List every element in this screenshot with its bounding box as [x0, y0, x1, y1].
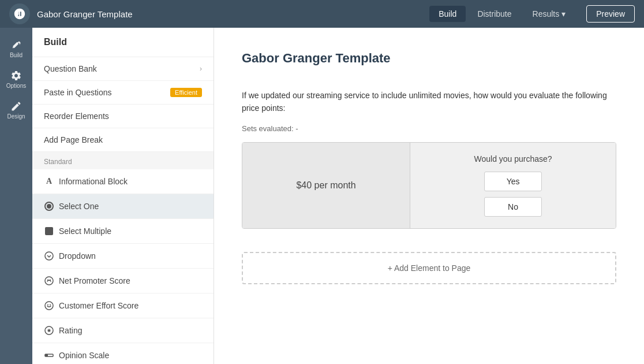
menu-item-question-bank[interactable]: Question Bank ›: [32, 57, 214, 81]
opinion-scale-icon: [44, 350, 54, 361]
price-label: $40 per month: [296, 180, 355, 191]
sidebar-icon-options[interactable]: Options: [0, 65, 32, 94]
select-multiple-icon: [44, 226, 54, 236]
menu-item-add-page-break[interactable]: Add Page Break: [32, 128, 214, 152]
menu-item-select-one[interactable]: Select One: [32, 194, 214, 219]
app-title: Gabor Granger Template: [37, 9, 429, 19]
no-button[interactable]: No: [484, 197, 542, 217]
design-icon: [10, 101, 22, 112]
icon-sidebar: Build Options Design: [0, 28, 32, 364]
menu-item-net-promoter-score[interactable]: Net Promoter Score: [32, 269, 214, 294]
main-layout: Build Options Design Build Question Bank…: [0, 28, 644, 364]
main-content: Gabor Granger Template If we updated our…: [214, 28, 644, 364]
svg-point-7: [50, 280, 51, 281]
svg-point-8: [45, 302, 53, 310]
nav-tab-results[interactable]: Results ▾: [523, 6, 575, 22]
design-label: Design: [7, 113, 25, 120]
options-label: Options: [6, 83, 26, 89]
preview-button[interactable]: Preview: [586, 5, 635, 23]
menu-item-reorder-elements[interactable]: Reorder Elements: [32, 105, 214, 128]
svg-point-6: [47, 280, 48, 281]
purchase-label: Would you purchase?: [474, 154, 552, 164]
gg-row: $40 per month Would you purchase? Yes No: [242, 143, 616, 228]
gg-price-cell: $40 per month: [242, 143, 410, 228]
sets-evaluated: Sets evaluated: -: [242, 124, 616, 133]
sidebar-icon-build[interactable]: Build: [0, 35, 32, 63]
svg-point-4: [45, 252, 53, 260]
svg-rect-13: [45, 354, 48, 356]
menu-item-customer-effort-score[interactable]: Customer Effort Score: [32, 294, 214, 318]
section-standard-label: Standard: [32, 152, 214, 169]
dropdown-icon: [44, 251, 54, 261]
menu-item-select-multiple[interactable]: Select Multiple: [32, 219, 214, 244]
question-text: If we updated our streaming service to i…: [242, 89, 616, 115]
svg-point-5: [45, 277, 53, 285]
yes-button[interactable]: Yes: [484, 172, 542, 191]
svg-point-10: [50, 304, 51, 306]
top-nav: Gabor Granger Template Build Distribute …: [0, 0, 644, 28]
logo: [9, 3, 30, 24]
survey-title: Gabor Granger Template: [242, 51, 616, 66]
nav-tab-distribute[interactable]: Distribute: [468, 6, 521, 22]
efficient-badge: Efficient: [170, 88, 202, 97]
options-icon: [10, 70, 22, 81]
select-one-icon: [44, 201, 54, 211]
svg-rect-3: [45, 227, 53, 235]
nav-tabs: Build Distribute Results ▾: [429, 6, 575, 22]
informational-block-icon: A: [44, 176, 54, 187]
rating-icon: [44, 325, 54, 336]
svg-point-0: [16, 10, 19, 16]
menu-item-rating[interactable]: Rating: [32, 318, 214, 343]
menu-item-dropdown[interactable]: Dropdown: [32, 244, 214, 269]
nav-tab-build[interactable]: Build: [429, 6, 466, 22]
svg-point-9: [47, 304, 48, 306]
add-element-button[interactable]: + Add Element to Page: [242, 252, 616, 284]
menu-item-opinion-scale[interactable]: Opinion Scale: [32, 343, 214, 364]
svg-point-2: [47, 204, 51, 209]
sidebar-icon-design[interactable]: Design: [0, 96, 32, 124]
gabor-granger-table: $40 per month Would you purchase? Yes No: [242, 142, 616, 229]
menu-item-paste-questions[interactable]: Paste in Questions Efficient: [32, 81, 214, 105]
menu-item-informational-block[interactable]: A Informational Block: [32, 169, 214, 194]
results-chevron-icon: ▾: [561, 9, 566, 18]
build-label: Build: [10, 52, 23, 58]
menu-header: Build: [32, 28, 214, 57]
menu-panel: Build Question Bank › Paste in Questions…: [32, 28, 214, 364]
nps-icon: [44, 276, 54, 286]
build-icon: [10, 39, 22, 51]
ces-icon: [44, 300, 54, 311]
gg-purchase-cell: Would you purchase? Yes No: [410, 143, 616, 228]
logo-icon: [13, 8, 26, 20]
chevron-right-icon: ›: [200, 65, 202, 73]
